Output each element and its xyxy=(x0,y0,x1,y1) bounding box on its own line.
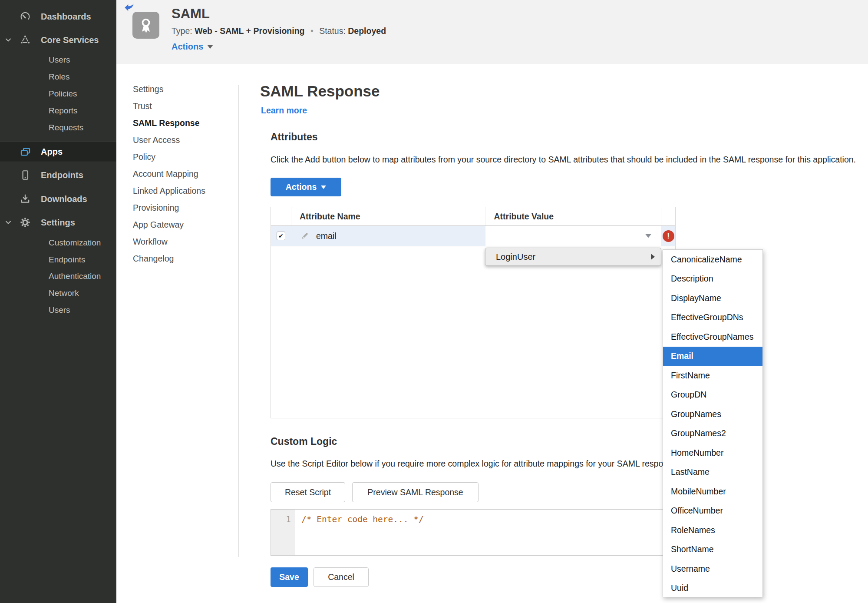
sidebar-item-roles[interactable]: Roles xyxy=(0,68,116,86)
submenu-item[interactable]: OfficeNumber xyxy=(663,501,762,521)
chevron-down-icon[interactable] xyxy=(5,36,12,43)
sidebar-item-label: Reports xyxy=(49,106,78,116)
submenu-item[interactable]: FirstName xyxy=(663,366,762,385)
pencil-icon[interactable] xyxy=(300,231,310,241)
header-actions-label: Actions xyxy=(172,42,203,52)
gauge-icon xyxy=(20,11,31,22)
sidebar-item-label: Downloads xyxy=(0,194,87,204)
reset-script-button[interactable]: Reset Script xyxy=(271,482,345,502)
script-editor[interactable]: 1 /* Enter code here... */ xyxy=(271,509,671,556)
sidebar-item-apps[interactable]: Apps xyxy=(0,142,116,162)
submenu-item[interactable]: RoleNames xyxy=(663,520,762,540)
sidebar-item-label: Users xyxy=(49,305,70,315)
menu-item-loginuser[interactable]: LoginUser xyxy=(496,252,535,262)
select-column-header xyxy=(271,207,291,225)
sidebar-item-reports[interactable]: Reports xyxy=(0,102,116,119)
submenu-item[interactable]: MobileNumber xyxy=(663,482,762,501)
nav-item-workflow[interactable]: Workflow xyxy=(133,233,205,250)
nav-item-changelog[interactable]: Changelog xyxy=(133,250,205,267)
submenu-item[interactable]: Description xyxy=(663,269,762,289)
app-header: SAML Type: Web - SAML + Provisioning • S… xyxy=(116,0,868,64)
nav-item-settings[interactable]: Settings xyxy=(133,81,205,98)
submenu-item[interactable]: ShortName xyxy=(663,540,762,560)
submenu-item[interactable]: DisplayName xyxy=(663,288,762,308)
learn-more-link[interactable]: Learn more xyxy=(261,106,307,116)
attributes-table: Attribute Name Attribute Value ✔ email ! xyxy=(271,207,676,418)
column-header-attribute-value[interactable]: Attribute Value xyxy=(485,207,661,225)
submenu-item[interactable]: EffectiveGroupDNs xyxy=(663,308,762,328)
sidebar-item-endpoints[interactable]: Endpoints xyxy=(0,165,116,186)
attributes-actions-button[interactable]: Actions xyxy=(271,178,341,196)
submenu-item[interactable]: GroupDN xyxy=(663,385,762,405)
sidebar-item-label: Network xyxy=(49,288,79,298)
cancel-button[interactable]: Cancel xyxy=(314,567,369,587)
checkmark-icon: ✔ xyxy=(278,232,284,239)
core-services-icon xyxy=(20,34,31,46)
custom-logic-heading: Custom Logic xyxy=(271,436,337,447)
sidebar-item-dashboards[interactable]: Dashboards xyxy=(0,6,116,27)
save-button[interactable]: Save xyxy=(271,567,308,587)
sidebar-item-label: Customization xyxy=(49,238,101,248)
submenu-item[interactable]: GroupNames2 xyxy=(663,424,762,444)
submenu-item[interactable]: GroupNames xyxy=(663,404,762,424)
sidebar-item-authentication[interactable]: Authentication xyxy=(0,268,116,285)
submenu-arrow-icon xyxy=(651,254,655,260)
sidebar-item-settings[interactable]: Settings xyxy=(0,212,116,233)
chevron-down-icon[interactable] xyxy=(5,219,12,226)
sidebar-item-label: Authentication xyxy=(49,272,101,281)
editor-code[interactable]: /* Enter code here... */ xyxy=(295,510,424,555)
submenu-item[interactable]: CanonicalizeName xyxy=(663,250,762,269)
back-arrow-icon[interactable] xyxy=(123,2,135,13)
table-row[interactable]: ✔ email ! xyxy=(271,226,675,246)
submenu-item-selected[interactable]: Email xyxy=(663,347,762,366)
row-select-cell: ✔ xyxy=(271,226,291,246)
sidebar-item-label: Apps xyxy=(0,147,63,157)
nav-item-app-gateway[interactable]: App Gateway xyxy=(133,216,205,233)
column-header-attribute-name[interactable]: Attribute Name xyxy=(291,207,486,225)
type-value: Web - SAML + Provisioning xyxy=(195,26,304,36)
sidebar-item-settings-endpoints[interactable]: Endpoints xyxy=(0,251,116,268)
sidebar-item-network[interactable]: Network xyxy=(0,285,116,302)
submenu-item[interactable]: LastName xyxy=(663,463,762,482)
chevron-down-icon xyxy=(321,186,326,189)
nav-divider xyxy=(238,85,239,557)
nav-item-provisioning[interactable]: Provisioning xyxy=(133,199,205,216)
apps-icon xyxy=(20,146,31,158)
sidebar-item-policies[interactable]: Policies xyxy=(0,85,116,103)
row-error-cell: ! xyxy=(661,226,675,246)
sidebar-item-label: Endpoints xyxy=(0,170,83,180)
attribute-name-cell: email xyxy=(291,226,486,246)
submenu-item[interactable]: EffectiveGroupNames xyxy=(663,327,762,347)
dropdown-caret-icon xyxy=(645,234,651,238)
device-icon xyxy=(20,169,31,181)
sidebar-item-downloads[interactable]: Downloads xyxy=(0,189,116,209)
sidebar-item-label: Core Services xyxy=(0,35,99,45)
nav-item-saml-response[interactable]: SAML Response xyxy=(133,115,205,132)
nav-item-account-mapping[interactable]: Account Mapping xyxy=(133,166,205,182)
preview-saml-response-button[interactable]: Preview SAML Response xyxy=(352,482,479,502)
sidebar-item-requests[interactable]: Requests xyxy=(0,119,116,136)
sidebar-item-customization[interactable]: Customization xyxy=(0,234,116,252)
attribute-name-value: email xyxy=(316,231,337,241)
nav-item-policy[interactable]: Policy xyxy=(133,149,205,166)
submenu-item[interactable]: Uuid xyxy=(663,579,762,598)
actions-button-label: Actions xyxy=(286,182,317,192)
submenu-item[interactable]: Username xyxy=(663,559,762,579)
chevron-down-icon xyxy=(207,45,213,49)
sidebar-item-core-services[interactable]: Core Services xyxy=(0,30,116,50)
nav-item-linked-applications[interactable]: Linked Applications xyxy=(133,182,205,199)
sidebar-item-label: Endpoints xyxy=(49,255,86,265)
saml-app-icon xyxy=(132,12,159,39)
page-title: SAML Response xyxy=(260,83,380,100)
sidebar-item-settings-users[interactable]: Users xyxy=(0,302,116,319)
sidebar-item-users[interactable]: Users xyxy=(0,51,116,69)
row-checkbox[interactable]: ✔ xyxy=(277,232,285,240)
header-actions-menu[interactable]: Actions xyxy=(172,42,213,52)
submenu-item[interactable]: HomeNumber xyxy=(663,443,762,463)
nav-item-user-access[interactable]: User Access xyxy=(133,132,205,149)
sidebar-item-label: Users xyxy=(49,55,70,65)
app-section-nav: Settings Trust SAML Response User Access… xyxy=(133,81,205,267)
nav-item-trust[interactable]: Trust xyxy=(133,98,205,115)
table-header: Attribute Name Attribute Value xyxy=(271,207,675,226)
attribute-value-dropdown[interactable] xyxy=(485,226,661,246)
